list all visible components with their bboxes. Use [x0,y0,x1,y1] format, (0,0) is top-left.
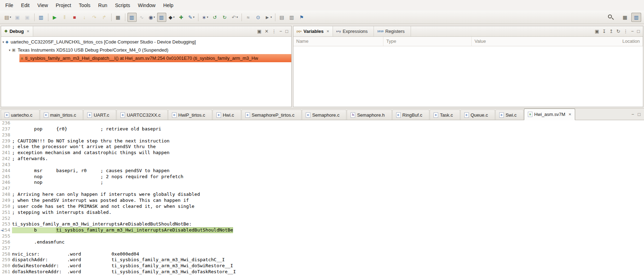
code-line[interactable]: 255 [0,233,644,239]
debug-tree-row[interactable]: ▾ ◆ uartecho_CC3220SF_LAUNCHXL_tirtos_cc… [2,38,291,46]
code-line[interactable]: 253 ti_sysbios_family_arm_m3_Hwi_interru… [0,221,644,227]
new-target-config-button[interactable]: ✚ [177,13,186,22]
menu-item[interactable]: Edit [17,1,34,10]
column-header[interactable]: Name [293,37,383,46]
code-line[interactable]: 247 [0,186,644,192]
memory-browser-button[interactable]: ▤ [278,13,287,22]
code-line[interactable]: 237 pop {r0} ; retrieve old basepri [0,126,644,132]
column-header[interactable]: Value [472,37,620,46]
trace-button[interactable]: ≈ [244,13,253,22]
debug-perspective-button[interactable]: ▥ [631,13,641,22]
line-number[interactable]: 255 [0,233,12,239]
code-line[interactable]: 244 msr basepri, r0 ; causes pendSV to h… [0,168,644,174]
maximize-icon[interactable]: □ [285,29,288,34]
expander-icon[interactable]: ▾ [9,48,11,52]
editor-tab[interactable]: c Queue.c [460,110,495,120]
close-icon[interactable]: ✕ [327,29,329,33]
code-line[interactable]: 258 nvic_icsr: .word 0xe000ed04 [0,251,644,257]
line-number[interactable]: 240 [0,144,12,150]
line-number[interactable]: 258 [0,251,12,257]
code-line[interactable]: 240 ; else the processor won't arrive at… [0,144,644,150]
menu-item[interactable]: Run [94,1,111,10]
editor-tab[interactable]: s Hwi_asm.sv7M ✕ [524,109,576,120]
column-header[interactable]: Type [383,37,472,46]
code-line[interactable]: 239 ; CAUTION!!! Do NOT single step thru… [0,138,644,144]
layout-icon[interactable]: ▣ [257,29,261,34]
menu-item[interactable]: Scripts [111,1,134,10]
watch-button[interactable]: ◉ ▾ [147,13,156,22]
code-line[interactable]: 251 ; stepping with interrupts disabled. [0,210,644,216]
line-number[interactable]: 260 [0,263,12,269]
debug-tree-row[interactable]: ▾ ▣ Texas Instruments XDS110 USB Debug P… [9,46,291,54]
line-number[interactable]: 252 [0,216,12,222]
line-number[interactable]: 246 [0,180,12,186]
menu-item[interactable]: File [1,1,17,10]
line-number[interactable]: 261 [0,269,12,275]
maximize-icon[interactable]: □ [637,29,640,34]
editor-tab[interactable]: c HwiP_tirtos.c [168,110,212,120]
line-number[interactable]: 242 [0,156,12,162]
debug-tree-row[interactable]: ≡ ti_sysbios_family_arm_m3_Hwi_dispatch_… [19,54,291,62]
search-icon[interactable] [606,13,615,22]
editor-tab[interactable]: c SemaphoreP_tirtos.c [242,110,302,120]
code-line[interactable]: 260 doSwiRestoreAddr: .word ti_sysbios_f… [0,263,644,269]
variables-view-tab[interactable]: 1010 Registers [374,26,411,36]
menu-item[interactable]: Tools [75,1,94,10]
editor-tab[interactable]: c UART.c [83,110,116,120]
code-line[interactable]: 248 ; Arriving here can only happen if i… [0,192,644,198]
line-number[interactable]: 257 [0,245,12,251]
debug-launch-button[interactable]: ▥ [37,13,46,22]
flash-button[interactable]: ◆ ▾ [167,13,176,22]
editor-tab[interactable]: c Task.c [430,110,460,120]
code-line[interactable]: 252 [0,216,644,222]
line-number[interactable]: 241 [0,150,12,156]
source-view-button[interactable]: ▥ [157,13,166,22]
line-number[interactable]: 259 [0,257,12,263]
menu-item[interactable]: Window [134,1,160,10]
new-file-button[interactable]: ▤ ▾ [3,13,12,22]
step-return-button[interactable]: ↱ [100,13,109,22]
view-menu-icon[interactable]: ⋮ [272,29,276,34]
remove-all-terminated-icon[interactable]: ✕ [265,29,269,34]
memory-grid-button[interactable]: ▦ [114,13,123,22]
code-line[interactable]: → 254 b ti_sysbios_family_arm_m3_Hwi_int… [0,227,644,233]
minimize-icon[interactable]: − [632,112,634,117]
pin-button[interactable]: ⚑ [297,13,306,22]
breakpoints-button[interactable]: ∗ ▾ [201,13,210,22]
variables-table-body[interactable] [293,46,643,107]
probe-point-button[interactable]: ► ▾ [264,13,273,22]
line-number[interactable]: 250 [0,204,12,210]
editor-tab[interactable]: c RingBuf.c [392,110,429,120]
restart-button[interactable]: ↺ [210,13,220,22]
import-icon[interactable]: ↧ [602,29,606,34]
code-line[interactable]: 249 ; when the pendSV interrupt was post… [0,198,644,204]
close-icon[interactable]: ✕ [26,29,29,33]
code-line[interactable]: 250 ; user code has set the PRIMASK and … [0,204,644,210]
line-number[interactable]: 249 [0,198,12,204]
export-icon[interactable]: ↥ [609,29,613,34]
tab-debug[interactable]: ❖ Debug ✕ [1,26,33,36]
line-number[interactable]: 245 [0,174,12,180]
code-line[interactable]: 259 dispatchAddr: .word ti_sysbios_famil… [0,257,644,263]
code-line[interactable]: 243 [0,162,644,168]
editor-tab[interactable]: c Hwi.c [213,110,241,120]
code-line[interactable]: 238 [0,132,644,138]
variables-view-tab[interactable]: (x)= Variables ✕ [293,26,333,36]
line-number[interactable]: 256 [0,239,12,245]
minimize-icon[interactable]: − [631,29,634,34]
line-number[interactable]: 253 [0,221,12,227]
step-over-button[interactable]: ↷ [90,13,99,22]
variables-view-tab[interactable]: x+y Expressions [333,26,374,36]
expander-icon[interactable]: ▾ [2,40,4,44]
layout-icon[interactable]: ▣ [595,29,599,34]
line-number[interactable]: 237 [0,126,12,132]
code-editor[interactable]: 236 237 pop {r0} ; retrieve old basepri … [0,120,644,275]
line-number[interactable]: 251 [0,210,12,216]
minimize-icon[interactable]: − [280,29,282,34]
close-icon[interactable]: ✕ [568,112,571,116]
line-number[interactable]: 247 [0,186,12,192]
signal-button[interactable]: ∿ [137,13,147,22]
menu-item[interactable]: Help [159,1,177,10]
resume-button[interactable]: ▶ [50,13,60,22]
refresh-icon[interactable]: ↻ [616,29,620,34]
